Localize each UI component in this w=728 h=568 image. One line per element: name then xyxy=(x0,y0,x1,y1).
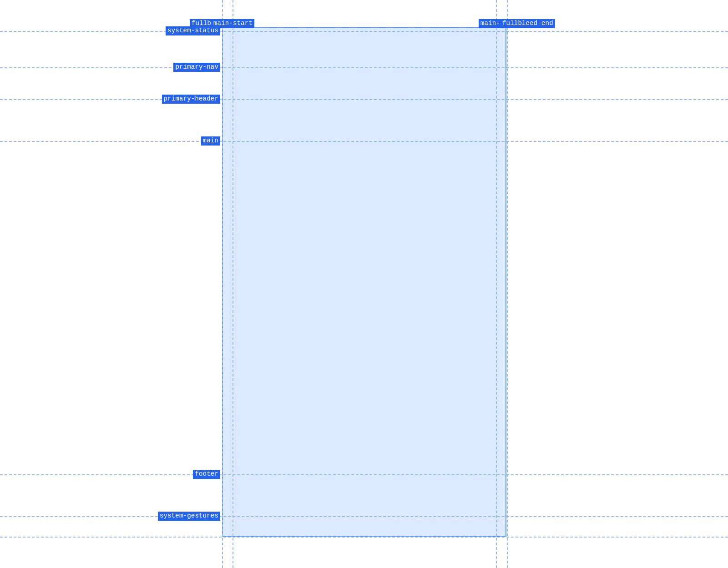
col-guide-main-end xyxy=(496,0,497,568)
device-frame xyxy=(222,27,506,537)
col-guide-main-start xyxy=(233,0,233,568)
label-footer: footer xyxy=(193,470,220,479)
grid-diagram: fullbleed-start main-start main-end full… xyxy=(0,0,728,568)
label-fullbleed-end: fullbleed-end xyxy=(500,19,555,28)
row-guide-primary-nav xyxy=(0,67,728,68)
row-guide-footer xyxy=(0,474,728,475)
row-guide-primary-header xyxy=(0,99,728,100)
col-guide-fullbleed-end xyxy=(507,0,508,568)
row-guide-main xyxy=(0,141,728,142)
label-main: main xyxy=(201,136,220,146)
label-primary-header: primary-header xyxy=(162,95,220,104)
label-primary-nav: primary-nav xyxy=(173,63,220,72)
row-guide-system-gestures xyxy=(0,516,728,517)
col-guide-fullbleed-start xyxy=(222,0,223,568)
label-system-gestures: system-gestures xyxy=(158,512,220,521)
label-system-status: system-status xyxy=(166,26,220,35)
row-guide-bottom xyxy=(0,537,728,538)
row-guide-system-status xyxy=(0,31,728,32)
